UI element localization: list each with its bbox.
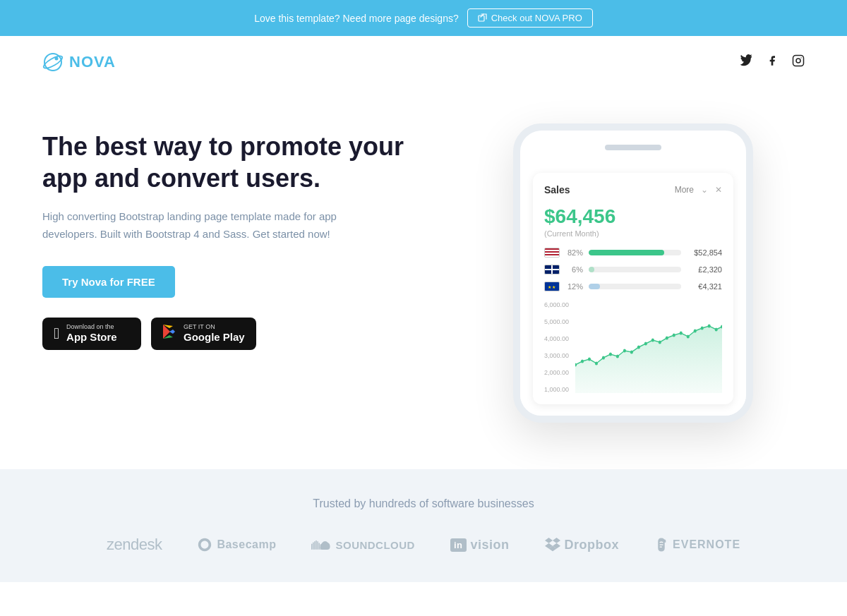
external-link-icon <box>478 13 487 23</box>
card-amount: $64,456 <box>544 205 722 228</box>
app-store-button[interactable]:  Download on the App Store <box>42 318 141 351</box>
soundcloud-text: SOUNDCLOUD <box>335 539 415 551</box>
logo-icon <box>42 52 64 73</box>
chart-label-6000: 6,000.00 <box>544 301 569 308</box>
chart-label-3000: 3,000.00 <box>544 352 569 359</box>
invision-badge: in <box>450 538 467 552</box>
evernote-text: EVERNOTE <box>673 538 740 551</box>
google-play-large: Google Play <box>184 330 245 344</box>
soundcloud-icon <box>311 538 331 552</box>
hero-title: The best way to promote your app and con… <box>42 131 409 194</box>
chevron-up-icon: ⌄ <box>701 185 708 195</box>
svg-rect-34 <box>319 543 320 550</box>
svg-point-18 <box>651 339 654 342</box>
bar-value-eu: €4,321 <box>687 282 722 291</box>
chart-label-2000: 2,000.00 <box>544 369 569 376</box>
svg-point-13 <box>616 355 619 358</box>
hero-section: The best way to promote your app and con… <box>0 88 847 469</box>
svg-point-23 <box>687 335 690 339</box>
logo[interactable]: NOVA <box>42 52 116 73</box>
svg-point-20 <box>666 337 668 340</box>
svg-rect-30 <box>313 543 314 550</box>
card-amount-sub: (Current Month) <box>544 229 722 238</box>
svg-point-3 <box>55 57 59 61</box>
svg-rect-31 <box>315 541 316 550</box>
trusted-title: Trusted by hundreds of software business… <box>42 497 805 510</box>
store-buttons:  Download on the App Store GET IT ON <box>42 318 462 351</box>
try-cta-button[interactable]: Try Nova for FREE <box>42 266 175 298</box>
phone-screen: Sales More ⌄ ✕ $64,456 (Current Month) 8… <box>520 162 746 416</box>
svg-point-17 <box>644 342 647 346</box>
chart-labels: 6,000.00 5,000.00 4,000.00 3,000.00 2,00… <box>544 301 569 393</box>
evernote-icon <box>654 537 668 552</box>
google-play-button[interactable]: GET IT ON Google Play <box>151 318 256 351</box>
basecamp-icon <box>197 537 212 552</box>
close-icon[interactable]: ✕ <box>715 185 722 195</box>
svg-point-25 <box>701 327 704 330</box>
phone-frame: Sales More ⌄ ✕ $64,456 (Current Month) 8… <box>513 123 753 423</box>
svg-point-6 <box>801 57 802 58</box>
facebook-icon[interactable] <box>767 54 778 71</box>
svg-point-14 <box>623 349 626 353</box>
bar-fill-us <box>589 250 664 255</box>
more-label[interactable]: More <box>675 185 694 195</box>
svg-point-9 <box>588 358 591 361</box>
hero-subtitle: High converting Bootstrap landing page t… <box>42 208 367 243</box>
svg-rect-33 <box>318 541 318 550</box>
evernote-logo: EVERNOTE <box>654 537 740 552</box>
dropbox-logo: Dropbox <box>545 538 620 552</box>
dropbox-text: Dropbox <box>565 538 620 552</box>
hero-content: The best way to promote your app and con… <box>42 116 462 350</box>
svg-rect-32 <box>316 540 317 550</box>
soundcloud-logo: SOUNDCLOUD <box>311 538 415 552</box>
app-store-text: Download on the App Store <box>66 324 117 344</box>
chart-label-4000: 4,000.00 <box>544 335 569 342</box>
app-store-small: Download on the <box>66 324 117 330</box>
card-title: Sales <box>544 184 570 195</box>
svg-point-22 <box>680 332 683 335</box>
bar-value-us: $52,854 <box>687 248 722 257</box>
svg-point-12 <box>609 353 612 356</box>
instagram-icon[interactable] <box>792 54 805 71</box>
bar-value-uk: £2,320 <box>687 265 722 274</box>
banner-text: Love this template? Need more page desig… <box>254 13 459 24</box>
phone-mockup: Sales More ⌄ ✕ $64,456 (Current Month) 8… <box>462 116 805 423</box>
social-icons <box>740 54 805 71</box>
header: NOVA <box>0 36 847 88</box>
flag-us <box>544 248 560 258</box>
svg-point-16 <box>637 346 640 349</box>
invision-logo: in vision <box>450 538 510 552</box>
card-header: Sales More ⌄ ✕ <box>544 184 722 195</box>
bar-row-us: 82% $52,854 <box>544 248 722 258</box>
invision-text: vision <box>471 538 510 552</box>
bar-track-us <box>589 250 681 255</box>
google-play-icon <box>162 324 176 344</box>
flag-uk <box>544 265 560 274</box>
bar-pct-us: 82% <box>565 248 583 257</box>
top-banner: Love this template? Need more page desig… <box>0 0 847 36</box>
svg-point-15 <box>630 351 633 354</box>
svg-point-10 <box>595 362 598 366</box>
flag-eu: ★★ <box>544 282 560 291</box>
bar-track-uk <box>589 267 681 272</box>
check-out-button[interactable]: Check out NOVA PRO <box>467 8 593 28</box>
twitter-icon[interactable] <box>740 54 752 71</box>
svg-rect-4 <box>793 55 804 66</box>
bar-track-eu <box>589 284 681 289</box>
bar-fill-eu <box>589 284 600 289</box>
dropbox-icon <box>545 538 560 552</box>
sales-card: Sales More ⌄ ✕ $64,456 (Current Month) 8… <box>533 173 733 404</box>
basecamp-text: Basecamp <box>217 538 276 551</box>
svg-point-24 <box>694 330 697 333</box>
app-store-large: App Store <box>66 330 117 344</box>
zendesk-logo: zendesk <box>107 536 162 554</box>
svg-marker-36 <box>545 538 553 543</box>
check-out-label: Check out NOVA PRO <box>491 13 582 23</box>
logo-text: NOVA <box>69 53 116 71</box>
bar-pct-eu: 12% <box>565 282 583 291</box>
logos-row: zendesk Basecamp SOUNDCLOUD in vision <box>42 536 805 554</box>
bar-row-uk: 6% £2,320 <box>544 265 722 274</box>
chart-label-5000: 5,000.00 <box>544 318 569 325</box>
trusted-section: Trusted by hundreds of software business… <box>0 469 847 582</box>
apple-icon:  <box>54 325 59 343</box>
